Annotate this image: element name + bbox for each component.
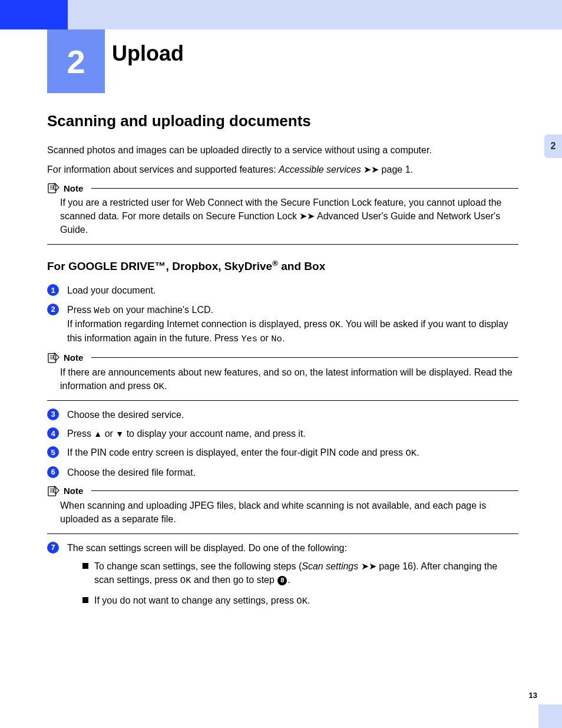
note-rule [91,188,518,189]
step-2-text: Press Web on your machine's LCD. If info… [67,303,518,346]
page-number: 13 [529,691,537,700]
s4a: Press [67,429,94,439]
note-block-3: Note When scanning and uploading JPEG fi… [47,485,518,526]
s2c: If information regarding Internet connec… [67,319,330,329]
step-4: 4 Press ▲ or ▼ to display your account n… [47,427,518,440]
s2-yes: Yes [241,334,257,344]
divider [47,400,518,401]
b2a: If you do not want to change any setting… [94,595,296,605]
b2b: . [308,595,310,605]
intro-reference: Accessible services [279,164,361,174]
note-label: Note [64,183,83,193]
note-label: Note [64,486,83,496]
footer-corner-block [538,704,562,728]
bullet-1: To change scan settings, see the followi… [82,559,518,588]
intro-paragraph-1: Scanned photos and images can be uploade… [47,143,518,157]
step-3: 3 Choose the desired service. [47,408,518,421]
s7: The scan settings screen will be display… [67,543,347,553]
note-3-body: When scanning and uploading JPEG files, … [60,499,518,526]
step-5-text: If the PIN code entry screen is displaye… [67,446,518,460]
note-label: Note [64,353,83,363]
b1-ref: Scan settings [302,561,358,571]
header-banner [0,0,562,29]
side-tab-number: 2 [551,141,556,151]
s2-no: No [271,334,282,344]
s2b: on your machine's LCD. [110,305,213,315]
step-badge: 7 [47,542,59,554]
note-icon [47,182,60,194]
note-rule [91,357,518,358]
divider [47,533,518,534]
intro-p2-suffix: page 1. [379,164,413,174]
chapter-number-box: 2 [47,29,105,93]
b1a: To change scan settings, see the followi… [94,561,302,571]
s4b: or [102,429,115,439]
b1c: and then go to step [191,575,277,585]
bullet-2-body: If you do not want to change any setting… [94,594,518,608]
step-7-text: The scan settings screen will be display… [67,541,518,614]
b1-ok: OK [180,575,191,586]
s2f: . [282,333,285,343]
chapter-title: Upload [112,41,184,66]
bullet-1-body: To change scan settings, see the followi… [94,559,518,588]
step-1: 1 Load your document. [47,284,518,297]
square-bullet-icon [82,563,88,569]
reference-arrow-icon: ➤➤ [361,561,376,571]
s2a: Press [67,305,94,315]
side-tab: 2 [544,134,562,158]
down-triangle-icon: ▼ [115,429,124,439]
chapter-number: 2 [67,42,85,81]
reference-arrow-icon: ➤➤ [363,164,379,174]
s5b: . [416,447,419,457]
s2-web: Web [94,305,110,316]
note-icon [47,485,60,497]
header-corner-block [0,0,68,29]
subheading-sup: ® [272,259,278,268]
section-heading: Scanning and uploading documents [47,112,518,130]
step-6-text: Choose the desired file format. [67,466,518,479]
s4c: to display your account name, and press … [124,429,306,439]
intro-paragraph-2: For information about services and suppo… [47,163,518,176]
up-triangle-icon: ▲ [94,429,102,439]
note-2-body: If there are announcements about new fea… [60,366,518,393]
subheading-post: and Box [278,260,325,272]
note-rule [91,490,518,491]
s5a: If the PIN code entry screen is displaye… [67,447,406,457]
note2-ok: OK [153,381,164,392]
note2-b: . [164,381,167,391]
step-badge: 6 [47,466,59,478]
s5-ok: OK [406,448,417,459]
divider [47,244,518,245]
note2-a: If there are announcements about new fea… [60,367,513,391]
s2e: or [257,333,271,343]
bullet-2: If you do not want to change any setting… [82,594,518,608]
step-1-text: Load your document. [67,284,518,297]
s2-ok: OK [330,319,341,330]
note-block-1: Note If you are a restricted user for We… [47,182,518,237]
step-badge: 5 [47,446,59,458]
step-6: 6 Choose the desired file format. [47,466,518,479]
step-5: 5 If the PIN code entry screen is displa… [47,446,518,460]
subheading-pre: For GOOGLE DRIVE™, Dropbox, SkyDrive [47,260,272,272]
step-3-text: Choose the desired service. [67,408,518,421]
note-1-body: If you are a restricted user for Web Con… [60,196,518,237]
note-block-2: Note If there are announcements about ne… [47,352,518,393]
step-badge: 1 [47,284,59,296]
square-bullet-icon [82,597,88,603]
subsection-heading: For GOOGLE DRIVE™, Dropbox, SkyDrive® an… [47,259,518,273]
note-icon [47,352,60,364]
step-badge: 4 [47,427,59,439]
step-badge: 3 [47,409,59,420]
b2-ok: OK [296,596,308,607]
step-badge: 2 [47,304,59,315]
b1d: . [287,575,290,585]
intro-p2-prefix: For information about services and suppo… [47,164,279,174]
step-ref-badge: 8 [277,576,287,585]
step-2: 2 Press Web on your machine's LCD. If in… [47,303,518,346]
step-4-text: Press ▲ or ▼ to display your account nam… [67,427,518,440]
step-7: 7 The scan settings screen will be displ… [47,541,518,614]
reference-arrow-icon: ➤➤ [299,211,315,221]
